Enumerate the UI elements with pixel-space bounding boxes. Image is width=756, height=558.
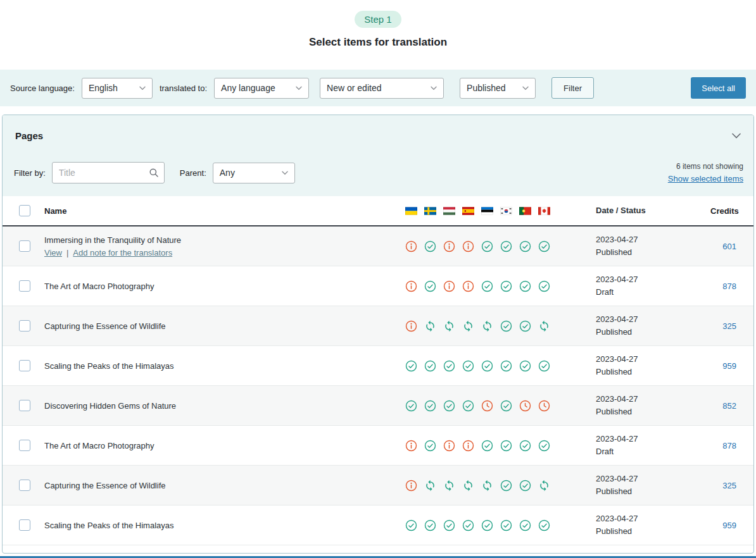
- translation-status-check-icon[interactable]: [443, 400, 455, 412]
- translation-status-check-icon[interactable]: [424, 519, 436, 531]
- translation-status-refresh-icon[interactable]: [424, 320, 436, 332]
- collapse-chevron-icon[interactable]: [732, 133, 741, 139]
- translation-status-check-icon[interactable]: [519, 480, 531, 492]
- page-name: The Art of Macro Photography: [44, 441, 401, 450]
- page-title: Select items for translation: [0, 36, 756, 49]
- translation-status-refresh-icon[interactable]: [462, 320, 474, 332]
- translation-status-check-icon[interactable]: [424, 400, 436, 412]
- translation-status-check-icon[interactable]: [462, 519, 474, 531]
- translation-status-info-icon[interactable]: [443, 280, 455, 292]
- translation-status-check-icon[interactable]: [481, 440, 493, 452]
- row-publish-status: Published: [596, 525, 710, 538]
- translation-status-check-icon[interactable]: [538, 440, 550, 452]
- row-checkbox[interactable]: [19, 280, 30, 292]
- translation-status-check-icon[interactable]: [500, 400, 512, 412]
- translation-status-info-icon[interactable]: [462, 440, 474, 452]
- translation-status-check-icon[interactable]: [405, 519, 417, 531]
- table-body: Immersing in the Tranquility of NatureVi…: [3, 226, 753, 545]
- row-date: 2023-04-27: [596, 353, 710, 366]
- translation-status-info-icon[interactable]: [405, 320, 417, 332]
- translation-status-check-icon[interactable]: [519, 280, 531, 292]
- source-language-select[interactable]: English: [82, 78, 153, 99]
- translation-status-check-icon[interactable]: [500, 280, 512, 292]
- translation-status-info-icon[interactable]: [443, 240, 455, 252]
- translation-status-check-icon[interactable]: [519, 519, 531, 531]
- translation-status-check-icon[interactable]: [500, 519, 512, 531]
- translation-status-check-icon[interactable]: [500, 440, 512, 452]
- parent-select[interactable]: Any: [213, 163, 295, 183]
- translation-status-clock-icon[interactable]: [538, 400, 550, 412]
- row-checkbox[interactable]: [19, 400, 30, 411]
- translation-status-clock-icon[interactable]: [481, 400, 493, 412]
- translation-status-check-icon[interactable]: [424, 440, 436, 452]
- title-filter-input[interactable]: [52, 162, 165, 183]
- add-note-link[interactable]: Add note for the translators: [73, 248, 172, 257]
- page-name: The Art of Macro Photography: [44, 282, 401, 291]
- translation-status-check-icon[interactable]: [500, 320, 512, 332]
- translation-status-check-icon[interactable]: [538, 519, 550, 531]
- chevron-down-icon: [431, 86, 437, 90]
- translation-status-refresh-icon[interactable]: [424, 480, 436, 492]
- translation-status-check-icon[interactable]: [424, 360, 436, 372]
- flag-portugal-icon: [519, 207, 531, 215]
- show-selected-items-link[interactable]: Show selected items: [668, 174, 743, 183]
- row-checkbox[interactable]: [19, 240, 30, 252]
- filter-button[interactable]: Filter: [551, 77, 594, 99]
- publish-status-select[interactable]: Published: [460, 78, 536, 99]
- translation-status-check-icon[interactable]: [405, 360, 417, 372]
- select-all-checkbox[interactable]: [19, 205, 30, 216]
- row-publish-status: Draft: [596, 445, 710, 458]
- translation-status-info-icon[interactable]: [405, 480, 417, 492]
- translation-status-check-icon[interactable]: [538, 360, 550, 372]
- select-all-button[interactable]: Select all: [691, 77, 746, 99]
- translation-status-check-icon[interactable]: [462, 360, 474, 372]
- translation-status-info-icon[interactable]: [462, 240, 474, 252]
- translation-status-refresh-icon[interactable]: [481, 480, 493, 492]
- translation-status-info-icon[interactable]: [462, 280, 474, 292]
- translation-status-check-icon[interactable]: [424, 280, 436, 292]
- target-language-select[interactable]: Any language: [214, 78, 309, 99]
- translation-status-check-icon[interactable]: [538, 240, 550, 252]
- translation-status-refresh-icon[interactable]: [443, 480, 455, 492]
- translation-status-select[interactable]: New or edited: [320, 78, 444, 99]
- translation-status-refresh-icon[interactable]: [462, 480, 474, 492]
- translation-status-check-icon[interactable]: [481, 360, 493, 372]
- translation-status-info-icon[interactable]: [443, 440, 455, 452]
- language-columns-header: [401, 207, 553, 215]
- translation-status-check-icon[interactable]: [405, 400, 417, 412]
- translation-status-info-icon[interactable]: [405, 440, 417, 452]
- translation-status-check-icon[interactable]: [519, 440, 531, 452]
- translation-status-value: New or edited: [327, 83, 381, 93]
- translation-status-info-icon[interactable]: [405, 280, 417, 292]
- translation-status-check-icon[interactable]: [519, 360, 531, 372]
- row-credits: 325: [722, 321, 736, 331]
- row-credits: 325: [722, 481, 736, 490]
- row-checkbox[interactable]: [19, 360, 30, 371]
- translation-status-clock-icon[interactable]: [519, 400, 531, 412]
- translation-status-check-icon[interactable]: [443, 360, 455, 372]
- translation-status-refresh-icon[interactable]: [443, 320, 455, 332]
- row-checkbox[interactable]: [19, 480, 30, 491]
- translation-status-check-icon[interactable]: [519, 320, 531, 332]
- view-link[interactable]: View: [44, 248, 62, 257]
- translation-status-check-icon[interactable]: [443, 519, 455, 531]
- row-checkbox[interactable]: [19, 440, 30, 451]
- translation-status-check-icon[interactable]: [500, 240, 512, 252]
- translation-status-check-icon[interactable]: [481, 280, 493, 292]
- translation-status-refresh-icon[interactable]: [538, 320, 550, 332]
- translation-status-check-icon[interactable]: [519, 240, 531, 252]
- translation-status-refresh-icon[interactable]: [538, 480, 550, 492]
- row-checkbox[interactable]: [19, 519, 30, 531]
- translation-status-check-icon[interactable]: [500, 360, 512, 372]
- row-publish-status: Published: [596, 246, 710, 259]
- translation-status-check-icon[interactable]: [462, 400, 474, 412]
- row-publish-status: Published: [596, 485, 710, 498]
- translation-status-check-icon[interactable]: [481, 519, 493, 531]
- row-checkbox[interactable]: [19, 320, 30, 332]
- translation-status-check-icon[interactable]: [424, 240, 436, 252]
- translation-status-info-icon[interactable]: [405, 240, 417, 252]
- translation-status-refresh-icon[interactable]: [481, 320, 493, 332]
- translation-status-check-icon[interactable]: [500, 480, 512, 492]
- translation-status-check-icon[interactable]: [538, 280, 550, 292]
- translation-status-check-icon[interactable]: [481, 240, 493, 252]
